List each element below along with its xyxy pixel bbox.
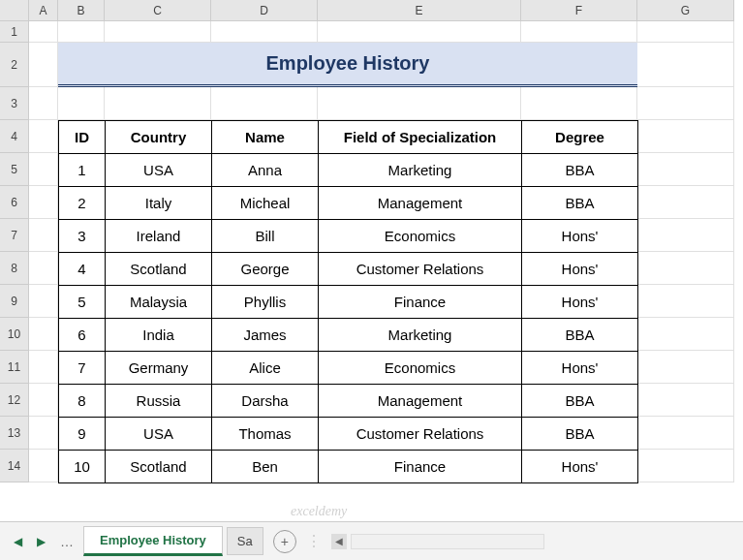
cell[interactable] (29, 252, 58, 285)
row-header[interactable]: 1 (0, 21, 29, 43)
cell-degree[interactable]: BBA (522, 187, 638, 220)
cell-country[interactable]: Malaysia (106, 286, 212, 319)
cell-name[interactable]: Micheal (212, 187, 319, 220)
cell-field[interactable]: Management (319, 385, 522, 418)
select-all-corner[interactable] (0, 0, 29, 21)
row-header[interactable]: 13 (0, 417, 29, 450)
cell-country[interactable]: Russia (106, 385, 212, 418)
cell-id[interactable]: 9 (59, 418, 106, 451)
cell[interactable] (58, 21, 105, 43)
cell[interactable] (105, 87, 211, 120)
cell-id[interactable]: 8 (59, 385, 106, 418)
cell[interactable] (29, 87, 58, 120)
cell[interactable] (29, 186, 58, 219)
cell-degree[interactable]: Hons' (522, 220, 638, 253)
cell-degree[interactable]: BBA (522, 154, 638, 187)
cell-field[interactable]: Finance (319, 451, 522, 483)
col-header[interactable]: C (105, 0, 211, 21)
cell-name[interactable]: Ben (212, 451, 319, 483)
row-header[interactable]: 14 (0, 450, 29, 482)
row-header[interactable]: 4 (0, 120, 29, 153)
cell-degree[interactable]: BBA (522, 418, 638, 451)
cell-id[interactable]: 7 (59, 352, 106, 385)
row-header[interactable]: 2 (0, 43, 29, 87)
cell[interactable] (637, 318, 734, 351)
cell-country[interactable]: USA (106, 418, 212, 451)
cell[interactable] (637, 87, 734, 120)
cell[interactable] (211, 21, 318, 43)
col-header[interactable]: F (521, 0, 637, 21)
cell[interactable] (105, 21, 211, 43)
col-header[interactable]: B (58, 0, 105, 21)
cell[interactable] (29, 21, 58, 43)
cell[interactable] (637, 285, 734, 318)
cell[interactable] (637, 384, 734, 417)
cell[interactable] (58, 87, 105, 120)
cell-field[interactable]: Customer Relations (319, 253, 522, 286)
cell[interactable] (29, 417, 58, 450)
col-header[interactable]: A (29, 0, 58, 21)
cell-degree[interactable]: Hons' (522, 253, 638, 286)
cell[interactable] (211, 87, 318, 120)
sheet-tab-active[interactable]: Employee History (83, 526, 223, 556)
cell-name[interactable]: George (212, 253, 319, 286)
cell-name[interactable]: James (212, 319, 319, 352)
prev-sheet-icon[interactable]: ◀ (8, 532, 27, 551)
cell-degree[interactable]: BBA (522, 319, 638, 352)
cell[interactable] (29, 153, 58, 186)
cell-country[interactable]: Italy (106, 187, 212, 220)
row-header[interactable]: 6 (0, 186, 29, 219)
cell-id[interactable]: 1 (59, 154, 106, 187)
more-sheets-icon[interactable]: … (54, 534, 79, 549)
cell-name[interactable]: Phyllis (212, 286, 319, 319)
row-header[interactable]: 5 (0, 153, 29, 186)
cell-name[interactable]: Darsha (212, 385, 319, 418)
cell-field[interactable]: Marketing (319, 319, 522, 352)
cell-country[interactable]: Germany (106, 352, 212, 385)
cell[interactable] (637, 120, 734, 153)
cell[interactable] (29, 219, 58, 252)
cell[interactable] (637, 21, 734, 43)
header-field[interactable]: Field of Specialization (319, 121, 522, 154)
cell-degree[interactable]: Hons' (522, 352, 638, 385)
cell-degree[interactable]: Hons' (522, 451, 638, 483)
cell-name[interactable]: Thomas (212, 418, 319, 451)
cell[interactable] (29, 450, 58, 482)
cell-country[interactable]: USA (106, 154, 212, 187)
cell-degree[interactable]: Hons' (522, 286, 638, 319)
cell[interactable] (637, 417, 734, 450)
horizontal-scrollbar[interactable] (351, 534, 544, 549)
cell[interactable] (29, 384, 58, 417)
cell-id[interactable]: 4 (59, 253, 106, 286)
row-header[interactable]: 11 (0, 351, 29, 384)
cell-field[interactable]: Management (319, 187, 522, 220)
cell-id[interactable]: 5 (59, 286, 106, 319)
cell-field[interactable]: Economics (319, 352, 522, 385)
cell[interactable] (521, 87, 637, 120)
cell-country[interactable]: Ireland (106, 220, 212, 253)
cell-id[interactable]: 10 (59, 451, 106, 483)
cell[interactable] (637, 450, 734, 482)
cell[interactable] (637, 252, 734, 285)
cell[interactable] (29, 285, 58, 318)
cell-field[interactable]: Finance (319, 286, 522, 319)
row-header[interactable]: 12 (0, 384, 29, 417)
col-header[interactable]: G (637, 0, 734, 21)
cell[interactable] (637, 351, 734, 384)
cell-field[interactable]: Customer Relations (319, 418, 522, 451)
col-header[interactable]: D (211, 0, 318, 21)
cell[interactable] (637, 219, 734, 252)
cell-id[interactable]: 6 (59, 319, 106, 352)
cell[interactable] (29, 120, 58, 153)
cell-id[interactable]: 3 (59, 220, 106, 253)
cell-id[interactable]: 2 (59, 187, 106, 220)
col-header[interactable]: E (318, 0, 521, 21)
cell-name[interactable]: Alice (212, 352, 319, 385)
cell[interactable] (29, 351, 58, 384)
cell-degree[interactable]: BBA (522, 385, 638, 418)
cell-country[interactable]: India (106, 319, 212, 352)
header-name[interactable]: Name (212, 121, 319, 154)
row-header[interactable]: 7 (0, 219, 29, 252)
header-id[interactable]: ID (59, 121, 106, 154)
cell[interactable] (637, 43, 734, 87)
